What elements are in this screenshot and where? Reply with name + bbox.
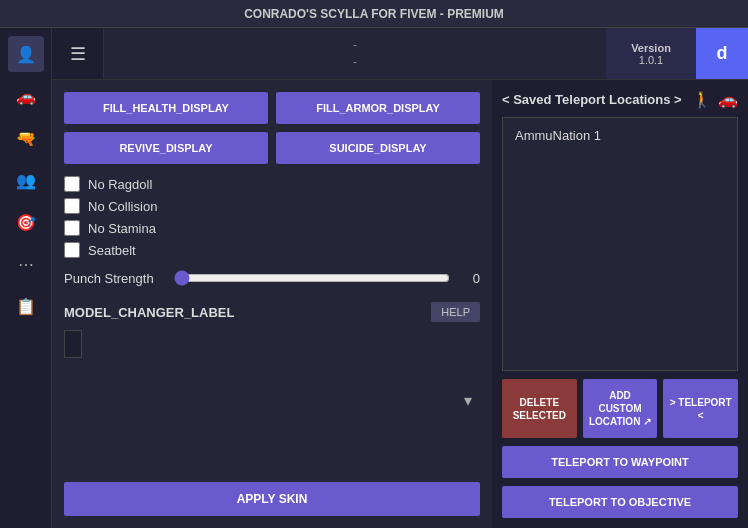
title-bar: CONRADO'S SCYLLA FOR FIVEM - PREMIUM [0,0,748,28]
punch-strength-label: Punch Strength [64,271,164,286]
seatbelt-checkbox[interactable] [64,242,80,258]
no-stamina-checkbox[interactable] [64,220,80,236]
top-bar-left: ☰ [52,28,104,79]
apply-skin-button[interactable]: APPLY SKIN [64,482,480,516]
sidebar: 👤 🚗 🔫 👥 🎯 ⋯ 📋 [0,28,52,528]
no-ragdoll-label: No Ragdoll [88,177,152,192]
sidebar-item-target[interactable]: 🎯 [8,204,44,240]
add-custom-location-button[interactable]: ADD CUSTOM LOCATION ↗ [583,379,658,438]
no-collision-checkbox[interactable] [64,198,80,214]
no-stamina-label: No Stamina [88,221,156,236]
sidebar-item-car[interactable]: 🚗 [8,78,44,114]
sidebar-item-players[interactable]: 👥 [8,162,44,198]
checkbox-group: No Ragdoll No Collision No Stamina Seatb… [64,176,480,258]
suicide-button[interactable]: SUICIDE_DISPLAY [276,132,480,164]
sidebar-item-person[interactable]: 👤 [8,36,44,72]
sidebar-item-clipboard[interactable]: 📋 [8,288,44,324]
delete-selected-button[interactable]: DELETE SELECTED [502,379,577,438]
teleport-arrow-button[interactable]: > TELEPORT < [663,379,738,438]
car-teleport-icon[interactable]: 🚗 [718,90,738,109]
no-collision-item[interactable]: No Collision [64,198,480,214]
revive-button[interactable]: REVIVE_DISPLAY [64,132,268,164]
teleport-objective-button[interactable]: TELEPORT TO OBJECTIVE [502,486,738,518]
top-bar-center-text: - - [353,37,357,71]
sidebar-item-weapon[interactable]: 🔫 [8,120,44,156]
content-area: ☰ - - Version 1.0.1 d FILL_HEAL [52,28,748,528]
teleport-title: < Saved Teleport Locations > [502,92,682,107]
fill-armor-button[interactable]: FILL_ARMOR_DISPLAY [276,92,480,124]
right-panel: < Saved Teleport Locations > 🚶 🚗 AmmuNat… [492,80,748,528]
skin-dropdown-wrapper [64,330,480,470]
teleport-waypoint-button[interactable]: TELEPORT TO WAYPOINT [502,446,738,478]
punch-strength-value: 0 [460,271,480,286]
no-ragdoll-checkbox[interactable] [64,176,80,192]
no-collision-label: No Collision [88,199,157,214]
model-changer-label: MODEL_CHANGER_LABEL [64,305,234,320]
fill-health-button[interactable]: FILL_HEALTH_DISPLAY [64,92,268,124]
seatbelt-label: Seatbelt [88,243,136,258]
help-button[interactable]: HELP [431,302,480,322]
model-changer-row: MODEL_CHANGER_LABEL HELP [64,302,480,322]
location-list[interactable]: AmmuNation 1 [502,117,738,371]
top-bar-version: Version 1.0.1 [606,28,696,79]
main-content: FILL_HEALTH_DISPLAY FILL_ARMOR_DISPLAY R… [52,80,748,528]
list-item[interactable]: AmmuNation 1 [509,124,731,147]
teleport-actions: DELETE SELECTED ADD CUSTOM LOCATION ↗ > … [502,379,738,438]
seatbelt-item[interactable]: Seatbelt [64,242,480,258]
sidebar-item-misc[interactable]: ⋯ [8,246,44,282]
title-text: CONRADO'S SCYLLA FOR FIVEM - PREMIUM [244,7,504,21]
discord-button[interactable]: d [696,28,748,79]
hamburger-icon[interactable]: ☰ [70,43,86,65]
skin-dropdown[interactable] [64,330,82,358]
no-stamina-item[interactable]: No Stamina [64,220,480,236]
top-bar: ☰ - - Version 1.0.1 d [52,28,748,80]
top-bar-center: - - [104,28,606,79]
left-panel: FILL_HEALTH_DISPLAY FILL_ARMOR_DISPLAY R… [52,80,492,528]
teleport-header: < Saved Teleport Locations > 🚶 🚗 [502,90,738,109]
button-row-1: FILL_HEALTH_DISPLAY FILL_ARMOR_DISPLAY [64,92,480,124]
pedestrian-icon[interactable]: 🚶 [692,90,712,109]
button-row-2: REVIVE_DISPLAY SUICIDE_DISPLAY [64,132,480,164]
no-ragdoll-item[interactable]: No Ragdoll [64,176,480,192]
punch-strength-slider[interactable] [174,270,450,286]
discord-icon: d [717,43,728,64]
transport-icons: 🚶 🚗 [692,90,738,109]
punch-strength-row: Punch Strength 0 [64,270,480,286]
